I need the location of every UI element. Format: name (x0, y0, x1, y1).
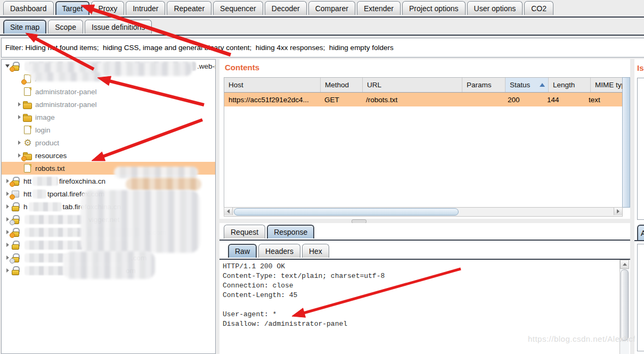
tab-comparer[interactable]: Comparer (308, 1, 355, 15)
tree-expander-icon[interactable] (4, 204, 11, 209)
tab-dashboard[interactable]: Dashboard (3, 1, 54, 15)
sort-ascending-icon (540, 83, 545, 87)
tree-item-administrator-panel[interactable]: administrator-panel (2, 98, 215, 111)
issues-title: Iss (637, 63, 644, 72)
contents-vertical-scrollbar[interactable] (622, 77, 630, 208)
raw-headers-hex-tab-bar: RawHeadersHex (228, 244, 331, 258)
cell-length: 144 (543, 93, 584, 106)
horizontal-scroll-thumb[interactable] (234, 208, 459, 216)
tree-item-image[interactable]: image (2, 111, 215, 124)
column-header-method[interactable]: Method (321, 78, 363, 92)
issues-list-box (637, 78, 644, 220)
tree-expander-icon[interactable] (4, 268, 11, 273)
lock-icon (11, 215, 21, 224)
lock-icon (11, 177, 21, 186)
tab-extender[interactable]: Extender (357, 1, 401, 15)
sitemap-filter-bar[interactable]: Filter: Hiding not found items; hiding C… (1, 38, 644, 57)
right-panel-divider[interactable] (630, 59, 634, 354)
issues-panel-cutoff: Iss A (634, 59, 644, 354)
contents-horizontal-scrollbar[interactable] (224, 207, 623, 217)
panel-splitter[interactable] (219, 219, 630, 223)
scroll-up-button[interactable] (620, 260, 629, 269)
orange-dot-icon (21, 79, 27, 85)
tree-item-prefix: htt (23, 177, 31, 185)
column-header-url[interactable]: URL (363, 78, 462, 92)
censored-text (32, 177, 58, 186)
site-map-tree[interactable]: .web-secur/administrator-paneladministra… (1, 59, 216, 354)
tab-raw[interactable]: Raw (228, 244, 257, 258)
tree-item-administrator-panel[interactable]: administrator-panel (2, 85, 215, 98)
tab-response[interactable]: Response (267, 225, 314, 238)
gray-dot-icon (10, 220, 15, 225)
tree-item-login[interactable]: login (2, 124, 215, 136)
scroll-left-button[interactable] (224, 208, 233, 215)
tab-user-options[interactable]: User options (467, 1, 523, 15)
lock-icon (11, 62, 21, 71)
lock-icon (11, 228, 21, 237)
tree-item-product[interactable]: ⚙product (2, 136, 215, 149)
folder-icon (23, 100, 32, 109)
contents-row-robots-txt[interactable]: https://acc51f291e2dc4...GET/robots.txt2… (224, 93, 622, 106)
scroll-right-button[interactable] (614, 208, 622, 215)
up-arrow-icon (623, 263, 627, 266)
lock-icon (11, 202, 21, 211)
column-label: Params (467, 81, 492, 89)
tab-project-options[interactable]: Project options (402, 1, 466, 15)
tab-decoder[interactable]: Decoder (265, 1, 307, 15)
tree-item-label: login (35, 126, 51, 134)
tab-intruder[interactable]: Intruder (126, 1, 165, 15)
column-label: Method (325, 81, 349, 89)
subtab-site-map[interactable]: Site map (3, 20, 46, 34)
watermark: https://blog.csdn.net/Alexhcf (528, 334, 635, 343)
tab-hex[interactable]: Hex (302, 244, 329, 258)
gear-icon: ⚙ (23, 138, 32, 147)
tab-request[interactable]: Request (224, 225, 265, 238)
column-label: Length (553, 81, 575, 89)
censored-text (29, 202, 62, 211)
column-header-params[interactable]: Params (462, 78, 506, 92)
column-label: Host (229, 81, 243, 89)
censored-text (25, 215, 87, 224)
column-header-length[interactable]: Length (549, 78, 591, 92)
tab-target[interactable]: Target (55, 1, 90, 15)
tab-sequencer[interactable]: Sequencer (213, 1, 263, 15)
target-sub-tab-bar: Site mapScopeIssue definitions (3, 20, 644, 34)
cell-url: /robots.txt (362, 93, 461, 106)
tab-bar-divider (0, 17, 644, 18)
folder-icon (23, 151, 32, 160)
orange-dot-icon (10, 182, 15, 187)
tree-expander-icon[interactable] (4, 243, 11, 247)
tab-advisory[interactable]: A (637, 225, 644, 240)
main-tab-bar: DashboardTargetProxyIntruderRepeaterSequ… (3, 1, 644, 15)
column-header-status[interactable]: Status (506, 78, 549, 92)
cell-host: https://acc51f291e2dc4... (224, 93, 320, 106)
column-header-host[interactable]: Host (224, 78, 321, 92)
view-tab-divider (219, 259, 630, 260)
file-icon (23, 126, 32, 135)
file-icon (23, 164, 32, 173)
tree-item-resources[interactable]: resources (2, 149, 215, 162)
file-icon (23, 87, 32, 96)
censor-blur (63, 251, 155, 279)
lock-icon (11, 241, 21, 250)
subtab-scope[interactable]: Scope (48, 20, 83, 34)
lock-icon (11, 253, 21, 262)
censor-blur (126, 178, 201, 191)
tab-co2[interactable]: CO2 (524, 1, 553, 15)
tab-proxy[interactable]: Proxy (91, 1, 124, 15)
contents-table-header: HostMethodURLParamsStatusLengthMIME type… (224, 78, 622, 93)
tree-expander-icon[interactable] (15, 115, 23, 119)
contents-title: Contents (225, 63, 259, 72)
tab-headers[interactable]: Headers (258, 244, 300, 258)
tree-expander-icon[interactable] (15, 141, 23, 145)
tree-expander-icon[interactable] (15, 102, 23, 106)
vertical-scroll-thumb[interactable] (621, 269, 629, 341)
censor-blur (80, 190, 200, 253)
tab-repeater[interactable]: Repeater (167, 1, 211, 15)
tree-item-label: administrator-panel (35, 88, 97, 96)
cell-method: GET (320, 93, 362, 106)
contents-panel: Contents HostMethodURLParamsStatusLength… (219, 59, 630, 219)
censored-text (32, 190, 46, 199)
subtab-issue-definitions[interactable]: Issue definitions (85, 20, 152, 34)
left-arrow-icon (227, 209, 230, 213)
